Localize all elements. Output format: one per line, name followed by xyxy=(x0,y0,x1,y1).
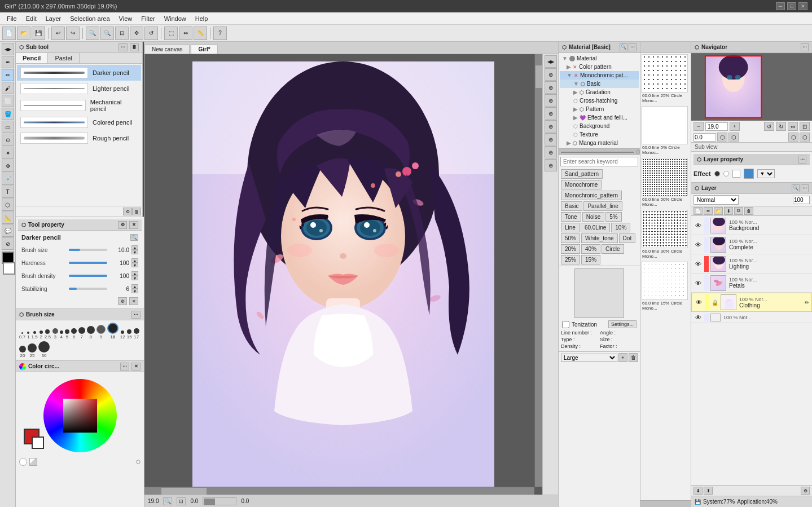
layer-to-top[interactable]: ⬆ xyxy=(704,487,713,495)
layer-item-more[interactable]: 👁 100 % Nor... xyxy=(691,312,812,323)
toolbar-select[interactable]: ⬚ xyxy=(164,27,178,40)
sub-tool-menu-btn[interactable]: ⋯ xyxy=(118,43,128,51)
brush-size-menu-btn[interactable]: ⋯ xyxy=(131,311,141,319)
material-search-input[interactable] xyxy=(560,157,638,166)
tab-pencil[interactable]: Pencil xyxy=(16,53,48,63)
nav-btn-4[interactable]: ⬡ xyxy=(788,133,798,142)
canvas-icon-2[interactable]: ⊕ xyxy=(545,68,557,81)
tree-material[interactable]: ▼ Material xyxy=(560,54,639,63)
nav-reset[interactable]: ⊡ xyxy=(800,122,810,131)
tool-balloon[interactable]: 💬 xyxy=(2,224,14,237)
layer-to-bottom[interactable]: ⬇ xyxy=(694,487,703,495)
brush-rough[interactable]: Rough pencil xyxy=(17,130,141,146)
tool-prop-close[interactable]: ✕ xyxy=(129,221,138,229)
color-square[interactable] xyxy=(63,399,97,433)
bg-color-swatch[interactable] xyxy=(3,262,15,275)
tool-pattern[interactable]: ⬡ xyxy=(2,199,14,211)
effect-checkbox[interactable] xyxy=(732,170,740,178)
canvas-icon-1[interactable]: ◀▶ xyxy=(545,55,557,68)
canvas-icon-8[interactable]: ⊕ xyxy=(545,146,557,158)
tag-5pct[interactable]: 5% xyxy=(605,212,621,222)
color-wheel[interactable] xyxy=(43,379,117,452)
tag-monochronic[interactable]: Monochronic_pattern xyxy=(561,191,622,200)
brush-dot-30[interactable]: 30 xyxy=(38,341,50,358)
nav-rotate-right[interactable]: ↻ xyxy=(776,122,786,131)
close-btn[interactable]: ✕ xyxy=(798,2,807,10)
prop-stabilizing-slider[interactable] xyxy=(69,288,107,290)
material-menu-btn[interactable]: ⋯ xyxy=(629,43,637,51)
layer-duplicate[interactable]: ⧉ xyxy=(734,207,743,215)
canvas-vscrollbar[interactable] xyxy=(534,54,542,487)
tag-basic[interactable]: Basic xyxy=(561,201,582,211)
brush-dot-10[interactable]: 10 xyxy=(107,323,118,340)
canvas-icon-6[interactable]: ⊕ xyxy=(545,120,557,133)
layer-item-lighting[interactable]: 👁 100 % Nor... Lighting xyxy=(691,254,812,274)
brush-dot-2.5[interactable]: 2.5 xyxy=(45,329,51,340)
canvas-icon-3[interactable]: ⊕ xyxy=(545,81,557,94)
color-panel-close[interactable]: ✕ xyxy=(131,363,141,371)
brush-dot-17[interactable]: 17 xyxy=(134,328,139,340)
menu-help[interactable]: Help xyxy=(191,14,213,23)
brush-dot-3[interactable]: 3 xyxy=(52,328,58,340)
tool-zoom-arrow[interactable]: ◀▶ xyxy=(2,43,14,55)
nav-menu-btn[interactable]: ⋯ xyxy=(801,43,809,51)
color-wheel-area[interactable] xyxy=(16,374,144,457)
tree-texture[interactable]: ⬡ Texture xyxy=(560,130,639,139)
minimize-btn[interactable]: ─ xyxy=(776,2,785,10)
menu-window[interactable]: Window xyxy=(160,14,191,23)
transparency-btn[interactable] xyxy=(19,458,27,466)
canvas-icon-4[interactable]: ⊕ xyxy=(545,94,557,107)
effect-color-box[interactable] xyxy=(744,169,754,179)
material-size-dropdown[interactable]: Large xyxy=(561,354,617,362)
brush-lighter-pencil[interactable]: Lighter pencil xyxy=(17,81,141,96)
maximize-btn[interactable]: □ xyxy=(787,2,796,10)
tag-monochrome[interactable]: Monochrome xyxy=(561,180,602,189)
layer-new-folder[interactable]: 📁 xyxy=(714,207,723,215)
tree-effect[interactable]: ▶ 💜 Effect and felli... xyxy=(560,113,639,122)
tool-text[interactable]: T xyxy=(2,186,14,198)
canvas-zoom-reset[interactable]: ⊡ xyxy=(177,497,186,505)
brush-dot-9[interactable]: 9 xyxy=(96,325,106,340)
layer-eye-lighting[interactable]: 👁 xyxy=(694,259,703,268)
tree-monochromic[interactable]: ▼ ✕ Monochromic pat... xyxy=(560,71,639,80)
prop-brush-size-down[interactable]: ▼ xyxy=(131,250,138,254)
effect-mode-select[interactable]: ▼ xyxy=(757,169,775,178)
tab-pastel[interactable]: Pastel xyxy=(48,53,80,63)
brush-dot-12[interactable]: 12 xyxy=(120,330,125,340)
canvas-icon-7[interactable]: ⊕ xyxy=(545,133,557,146)
tool-ruler[interactable]: 📐 xyxy=(2,211,14,224)
sub-tool-trash-btn[interactable]: 🗑 xyxy=(130,43,139,51)
nav-preview[interactable] xyxy=(691,53,812,121)
prop-hardness-down[interactable]: ▼ xyxy=(131,263,138,267)
mat-thumbs-scroll[interactable] xyxy=(640,500,691,507)
menu-selection[interactable]: Selection area xyxy=(65,14,114,23)
brush-dot-6[interactable]: 6 xyxy=(71,328,77,340)
layer-settings-btn[interactable]: ⚙ xyxy=(801,487,810,495)
color-clear-btn[interactable] xyxy=(29,458,37,466)
background-color[interactable] xyxy=(32,437,44,449)
nav-zoom-in-btn[interactable]: + xyxy=(730,122,740,131)
prop-hardness-slider[interactable] xyxy=(69,262,107,264)
layer-new-vector[interactable]: ✒ xyxy=(704,207,713,215)
tab-girl[interactable]: Girl* xyxy=(191,45,217,54)
canvas-icon-9[interactable]: ⊕ xyxy=(545,159,557,171)
tag-60line[interactable]: 60.0Line xyxy=(581,223,610,232)
prop-density-up[interactable]: ▲ xyxy=(131,271,138,276)
menu-file[interactable]: File xyxy=(2,14,21,23)
nav-zoom-out-btn[interactable]: − xyxy=(694,122,704,131)
tree-manga[interactable]: ▶ ⬡ Manga material xyxy=(560,139,639,147)
brush-dot-8[interactable]: 8 xyxy=(87,326,95,340)
tag-circle[interactable]: Circle xyxy=(602,244,624,254)
layer-eye-more[interactable]: 👁 xyxy=(694,313,703,322)
canvas-icon-5[interactable]: ⊕ xyxy=(545,107,557,120)
tool-correct[interactable]: ⊘ xyxy=(2,237,14,250)
layer-eye-petals[interactable]: 👁 xyxy=(694,279,703,288)
tool-eraser[interactable]: ⬜ xyxy=(2,95,14,107)
layer-lock-clothing[interactable]: 🔒 xyxy=(711,298,719,306)
tag-10pct[interactable]: 10% xyxy=(611,223,630,232)
canvas-drawing[interactable] xyxy=(192,61,494,487)
tag-white-tone[interactable]: White_tone xyxy=(581,233,618,243)
layer-menu-btn[interactable]: ⋯ xyxy=(801,184,809,192)
tree-color-pattern[interactable]: ▶ ✕ Color pattern xyxy=(560,63,639,71)
sub-tool-delete-btn[interactable]: 🗑 xyxy=(132,208,141,215)
